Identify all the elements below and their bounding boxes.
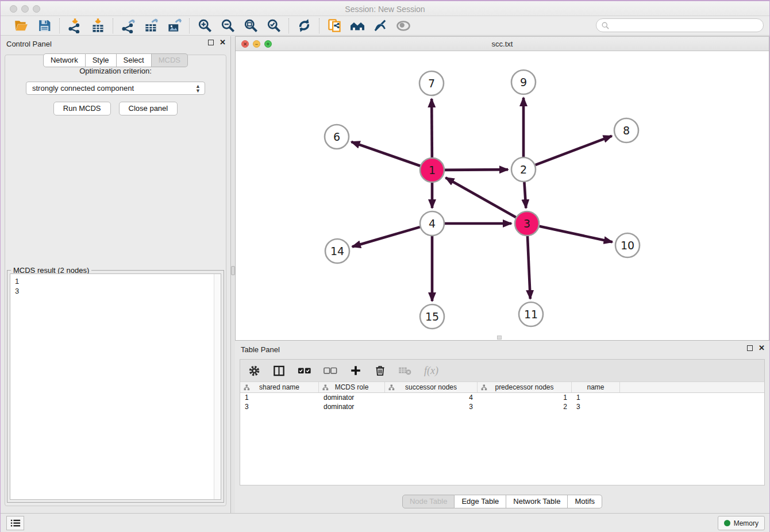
- save-session-icon[interactable]: [36, 18, 52, 34]
- optimization-criterion-label: Optimization criterion:: [5, 67, 226, 75]
- svg-text:14: 14: [330, 245, 344, 257]
- table-cell[interactable]: 1: [240, 393, 319, 402]
- run-mcds-button[interactable]: Run MCDS: [53, 102, 111, 115]
- criterion-select[interactable]: strongly connected component ▲▼: [26, 82, 205, 95]
- result-scrollbar[interactable]: [214, 274, 221, 499]
- node-15[interactable]: 15: [420, 304, 444, 329]
- edge-1-7[interactable]: [432, 99, 432, 157]
- search-field[interactable]: [596, 18, 764, 32]
- table-row[interactable]: 1dominator411: [240, 393, 764, 402]
- network-canvas[interactable]: 7968124314101511: [236, 51, 769, 340]
- node-1[interactable]: 1: [420, 158, 444, 182]
- deselect-all-icon[interactable]: [324, 366, 337, 375]
- export-image-icon[interactable]: [166, 18, 182, 34]
- search-input[interactable]: [610, 20, 763, 31]
- table-cell[interactable]: 1: [478, 393, 572, 402]
- node-14[interactable]: 14: [325, 239, 349, 263]
- criterion-value: strongly connected component: [32, 84, 134, 92]
- edge-3-11[interactable]: [528, 236, 530, 299]
- column-header[interactable]: MCDS role: [319, 382, 385, 392]
- float-table-panel-icon[interactable]: [747, 345, 753, 351]
- table-cell[interactable]: 3: [572, 402, 620, 411]
- function-builder-icon[interactable]: f(x): [424, 365, 438, 377]
- tab-style[interactable]: Style: [86, 53, 117, 67]
- hide-selected-icon[interactable]: [372, 18, 388, 34]
- control-panel: Control Panel ✕ NetworkStyleSelectMCDS O…: [1, 36, 230, 513]
- node-7[interactable]: 7: [419, 71, 444, 95]
- tab-select[interactable]: Select: [117, 53, 152, 67]
- zoom-in-icon[interactable]: [197, 18, 213, 34]
- import-table-icon[interactable]: [90, 18, 106, 34]
- node-4[interactable]: 4: [420, 211, 444, 236]
- column-header[interactable]: shared name: [240, 382, 319, 392]
- close-panel-icon[interactable]: ✕: [220, 40, 226, 45]
- network-graph[interactable]: 7968124314101511: [236, 51, 770, 340]
- node-2[interactable]: 2: [511, 157, 536, 182]
- show-all-icon[interactable]: [395, 18, 411, 34]
- node-8[interactable]: 8: [614, 118, 638, 142]
- table-row[interactable]: 3dominator323: [240, 402, 764, 411]
- export-network-icon[interactable]: [120, 18, 136, 34]
- edge-4-14[interactable]: [352, 227, 420, 246]
- divider-grip[interactable]: [231, 266, 235, 275]
- table-cell[interactable]: dominator: [319, 393, 385, 402]
- close-table-panel-icon[interactable]: ✕: [759, 345, 765, 351]
- import-network-icon[interactable]: [67, 18, 83, 34]
- tab-mcds[interactable]: MCDS: [152, 53, 188, 67]
- show-panels-button[interactable]: [6, 516, 24, 530]
- column-header[interactable]: successor nodes: [385, 382, 478, 392]
- table-options-icon[interactable]: [248, 365, 260, 377]
- edge-3-1[interactable]: [446, 178, 516, 217]
- table-cell[interactable]: 3: [240, 402, 319, 411]
- canvas-grip[interactable]: [497, 336, 502, 340]
- memory-button[interactable]: Memory: [718, 516, 765, 530]
- svg-text:9: 9: [520, 76, 527, 88]
- edge-1-2[interactable]: [445, 169, 508, 170]
- close-panel-button[interactable]: Close panel: [119, 102, 178, 115]
- select-all-icon[interactable]: [298, 366, 311, 375]
- table-cell[interactable]: 3: [385, 402, 478, 411]
- node-11[interactable]: 11: [519, 302, 543, 326]
- node-10[interactable]: 10: [615, 233, 640, 257]
- tab-edge-table[interactable]: Edge Table: [455, 495, 506, 508]
- column-header[interactable]: predecessor nodes: [478, 382, 572, 392]
- zoom-selected-icon[interactable]: [265, 18, 282, 34]
- tab-node-table[interactable]: Node Table: [402, 495, 455, 508]
- network-view-title: scc.txt: [236, 40, 769, 48]
- show-hide-columns-icon[interactable]: [272, 364, 286, 377]
- edge-2-3[interactable]: [524, 182, 526, 208]
- table-cell[interactable]: 1: [572, 393, 620, 402]
- table-cell[interactable]: dominator: [319, 402, 385, 411]
- edge-1-6[interactable]: [351, 142, 420, 166]
- svg-text:1: 1: [429, 164, 436, 176]
- network-window-titlebar[interactable]: ✕ − + scc.txt: [236, 37, 769, 51]
- tab-network[interactable]: Network: [43, 53, 86, 67]
- table-cell[interactable]: 2: [478, 402, 572, 411]
- svg-text:4: 4: [429, 217, 436, 230]
- column-header[interactable]: name: [572, 382, 620, 392]
- table-cell[interactable]: 4: [385, 393, 478, 402]
- apply-layout-icon[interactable]: [296, 18, 312, 34]
- edge-3-10[interactable]: [539, 226, 612, 242]
- edge-2-8[interactable]: [536, 136, 612, 165]
- zoom-out-icon[interactable]: [220, 18, 236, 34]
- tree-icon: [388, 384, 395, 391]
- tree-icon: [322, 384, 329, 391]
- export-table-icon[interactable]: [143, 18, 159, 34]
- tab-network-table[interactable]: Network Table: [506, 495, 568, 508]
- delete-table-icon[interactable]: [398, 365, 412, 376]
- first-neighbors-icon[interactable]: [349, 18, 365, 34]
- split-divider[interactable]: [230, 36, 235, 513]
- node-3[interactable]: 3: [515, 211, 539, 236]
- node-6[interactable]: 6: [325, 125, 349, 149]
- tab-motifs[interactable]: Motifs: [568, 495, 602, 508]
- delete-column-icon[interactable]: [374, 364, 386, 377]
- create-column-icon[interactable]: [349, 364, 362, 377]
- mcds-result-text[interactable]: 1 3: [10, 273, 221, 500]
- float-panel-icon[interactable]: [208, 40, 214, 45]
- svg-text:15: 15: [425, 310, 439, 323]
- open-session-icon[interactable]: [13, 18, 29, 34]
- zoom-fit-icon[interactable]: [242, 18, 259, 34]
- node-9[interactable]: 9: [511, 70, 536, 94]
- clone-network-icon[interactable]: [326, 18, 342, 34]
